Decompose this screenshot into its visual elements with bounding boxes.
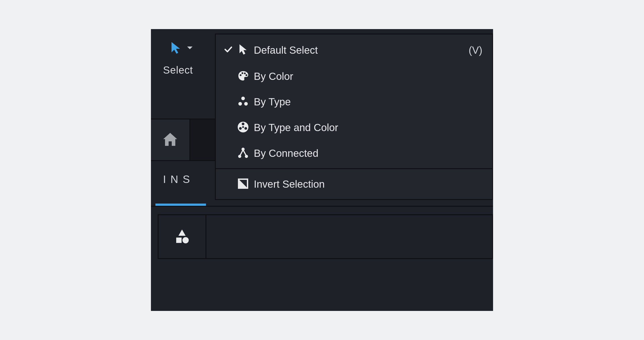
svg-point-7 — [238, 102, 242, 106]
menu-item-label: By Type and Color — [252, 122, 482, 134]
app-panel: Select INS — [151, 29, 493, 311]
home-button[interactable] — [151, 120, 190, 160]
svg-point-13 — [242, 126, 244, 128]
menu-item-label: Invert Selection — [252, 178, 484, 190]
menu-item-by-type-and-color[interactable]: By Type and Color — [216, 114, 492, 140]
connected-icon — [238, 147, 249, 159]
tab-active-indicator — [156, 204, 206, 206]
menu-item-by-connected[interactable]: By Connected — [216, 140, 492, 168]
svg-point-2 — [240, 74, 242, 76]
invert-icon — [238, 178, 248, 190]
menu-item-invert-selection[interactable]: Invert Selection — [216, 169, 492, 199]
menu-item-by-color[interactable]: By Color — [216, 64, 492, 89]
home-icon — [162, 132, 178, 148]
menu-item-by-type[interactable]: By Type — [216, 89, 492, 114]
menu-item-label: By Color — [252, 70, 482, 82]
cursor-icon — [238, 44, 248, 57]
menu-item-label: Default Select — [252, 44, 469, 56]
tab-insert[interactable]: INS — [163, 173, 194, 186]
svg-point-16 — [245, 155, 248, 158]
shapes-icon — [174, 228, 190, 245]
svg-point-12 — [244, 127, 247, 130]
dots-triangle-icon — [238, 96, 249, 107]
shapes-row — [158, 214, 493, 259]
svg-point-15 — [238, 155, 241, 158]
svg-point-10 — [242, 122, 244, 125]
menu-item-shortcut: (V) — [469, 44, 484, 56]
shapes-button[interactable] — [158, 215, 206, 258]
reel-icon — [237, 121, 249, 134]
select-dropdown-menu: Default Select (V) By Color — [215, 34, 493, 200]
menu-item-default-select[interactable]: Default Select (V) — [216, 34, 492, 64]
dropdown-caret-icon — [187, 46, 193, 51]
svg-point-4 — [244, 72, 246, 74]
svg-point-3 — [242, 72, 243, 74]
svg-rect-0 — [176, 238, 182, 243]
svg-point-8 — [244, 102, 248, 106]
menu-item-label: By Type — [252, 96, 482, 108]
cursor-icon — [170, 41, 181, 56]
menu-item-label: By Connected — [252, 147, 482, 159]
palette-icon — [238, 70, 249, 82]
check-icon — [224, 46, 232, 54]
svg-point-1 — [182, 237, 189, 243]
svg-point-11 — [239, 127, 242, 130]
svg-point-5 — [246, 74, 247, 76]
svg-point-6 — [241, 97, 245, 100]
